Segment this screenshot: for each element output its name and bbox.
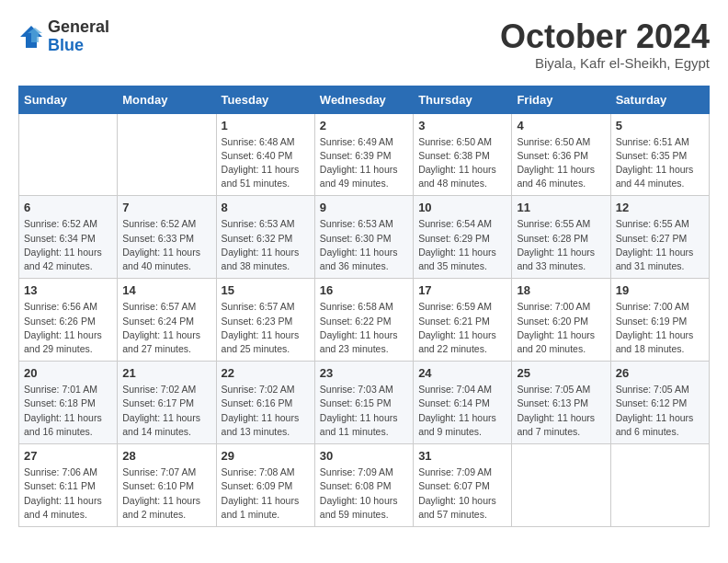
day-number: 23 <box>320 366 408 380</box>
calendar-cell: 29Sunrise: 7:08 AM Sunset: 6:09 PM Dayli… <box>216 444 314 527</box>
day-info: Sunrise: 6:52 AM Sunset: 6:33 PM Dayligh… <box>122 217 210 273</box>
day-number: 27 <box>24 449 112 463</box>
weekday-header-thursday: Thursday <box>414 86 512 113</box>
weekday-header-sunday: Sunday <box>19 86 118 113</box>
location-text: Biyala, Kafr el-Sheikh, Egypt <box>500 55 710 71</box>
calendar-cell: 13Sunrise: 6:56 AM Sunset: 6:26 PM Dayli… <box>19 279 118 362</box>
day-number: 22 <box>222 366 310 380</box>
day-info: Sunrise: 6:53 AM Sunset: 6:30 PM Dayligh… <box>320 217 408 273</box>
calendar-cell: 17Sunrise: 6:59 AM Sunset: 6:21 PM Dayli… <box>414 279 512 362</box>
calendar-cell: 20Sunrise: 7:01 AM Sunset: 6:18 PM Dayli… <box>19 362 118 444</box>
day-number: 12 <box>616 201 704 214</box>
page-header: General Blue October 2024 Biyala, Kafr e… <box>18 18 710 71</box>
weekday-header-wednesday: Wednesday <box>314 86 413 113</box>
day-number: 9 <box>320 201 408 214</box>
day-info: Sunrise: 7:00 AM Sunset: 6:20 PM Dayligh… <box>517 300 605 356</box>
day-number: 7 <box>122 201 210 214</box>
day-info: Sunrise: 7:06 AM Sunset: 6:11 PM Dayligh… <box>24 465 112 522</box>
day-info: Sunrise: 6:59 AM Sunset: 6:21 PM Dayligh… <box>418 300 506 356</box>
logo-general-text: General <box>48 18 109 37</box>
day-info: Sunrise: 7:09 AM Sunset: 6:08 PM Dayligh… <box>320 465 408 522</box>
day-number: 8 <box>222 201 310 214</box>
day-number: 10 <box>418 201 506 214</box>
calendar-cell: 25Sunrise: 7:05 AM Sunset: 6:13 PM Dayli… <box>512 362 610 444</box>
weekday-header-tuesday: Tuesday <box>216 86 314 113</box>
day-number: 11 <box>517 201 605 214</box>
day-info: Sunrise: 6:57 AM Sunset: 6:24 PM Dayligh… <box>122 300 210 356</box>
calendar-cell: 7Sunrise: 6:52 AM Sunset: 6:33 PM Daylig… <box>118 196 216 279</box>
day-number: 20 <box>24 366 112 380</box>
day-info: Sunrise: 6:56 AM Sunset: 6:26 PM Dayligh… <box>24 300 112 356</box>
calendar-cell: 10Sunrise: 6:54 AM Sunset: 6:29 PM Dayli… <box>414 196 512 279</box>
day-info: Sunrise: 7:07 AM Sunset: 6:10 PM Dayligh… <box>122 465 210 522</box>
calendar-cell: 1Sunrise: 6:48 AM Sunset: 6:40 PM Daylig… <box>216 113 314 196</box>
calendar-cell: 14Sunrise: 6:57 AM Sunset: 6:24 PM Dayli… <box>118 279 216 362</box>
day-number: 29 <box>222 449 310 463</box>
calendar-cell: 3Sunrise: 6:50 AM Sunset: 6:38 PM Daylig… <box>414 113 512 196</box>
calendar-cell: 24Sunrise: 7:04 AM Sunset: 6:14 PM Dayli… <box>414 362 512 444</box>
day-number: 16 <box>320 283 408 297</box>
day-info: Sunrise: 6:50 AM Sunset: 6:36 PM Dayligh… <box>517 135 605 191</box>
day-info: Sunrise: 7:08 AM Sunset: 6:09 PM Dayligh… <box>222 465 310 522</box>
day-info: Sunrise: 6:55 AM Sunset: 6:28 PM Dayligh… <box>517 217 605 273</box>
calendar-cell: 18Sunrise: 7:00 AM Sunset: 6:20 PM Dayli… <box>512 279 610 362</box>
day-number: 30 <box>320 449 408 463</box>
day-number: 3 <box>418 119 506 132</box>
day-number: 17 <box>418 283 506 297</box>
calendar-cell: 6Sunrise: 6:52 AM Sunset: 6:34 PM Daylig… <box>19 196 118 279</box>
day-number: 5 <box>616 119 704 132</box>
day-number: 14 <box>122 283 210 297</box>
weekday-header-saturday: Saturday <box>610 86 709 113</box>
day-info: Sunrise: 6:52 AM Sunset: 6:34 PM Dayligh… <box>24 217 112 273</box>
day-number: 28 <box>122 449 210 463</box>
calendar-cell: 5Sunrise: 6:51 AM Sunset: 6:35 PM Daylig… <box>610 113 709 196</box>
calendar-cell: 16Sunrise: 6:58 AM Sunset: 6:22 PM Dayli… <box>314 279 413 362</box>
day-info: Sunrise: 7:05 AM Sunset: 6:13 PM Dayligh… <box>517 383 605 439</box>
day-info: Sunrise: 7:05 AM Sunset: 6:12 PM Dayligh… <box>616 383 704 439</box>
day-info: Sunrise: 7:02 AM Sunset: 6:17 PM Dayligh… <box>122 383 210 439</box>
calendar-cell: 28Sunrise: 7:07 AM Sunset: 6:10 PM Dayli… <box>118 444 216 527</box>
calendar-cell: 9Sunrise: 6:53 AM Sunset: 6:30 PM Daylig… <box>314 196 413 279</box>
weekday-header-friday: Friday <box>512 86 610 113</box>
day-number: 19 <box>616 283 704 297</box>
calendar-cell: 31Sunrise: 7:09 AM Sunset: 6:07 PM Dayli… <box>414 444 512 527</box>
calendar-cell <box>512 444 610 527</box>
calendar-cell: 11Sunrise: 6:55 AM Sunset: 6:28 PM Dayli… <box>512 196 610 279</box>
day-info: Sunrise: 7:02 AM Sunset: 6:16 PM Dayligh… <box>222 383 310 439</box>
day-number: 4 <box>517 119 605 132</box>
day-number: 2 <box>320 119 408 132</box>
day-number: 26 <box>616 366 704 380</box>
day-info: Sunrise: 6:57 AM Sunset: 6:23 PM Dayligh… <box>222 300 310 356</box>
day-number: 13 <box>24 283 112 297</box>
day-info: Sunrise: 6:58 AM Sunset: 6:22 PM Dayligh… <box>320 300 408 356</box>
calendar-cell: 27Sunrise: 7:06 AM Sunset: 6:11 PM Dayli… <box>19 444 118 527</box>
day-number: 21 <box>122 366 210 380</box>
day-info: Sunrise: 7:01 AM Sunset: 6:18 PM Dayligh… <box>24 383 112 439</box>
day-info: Sunrise: 6:53 AM Sunset: 6:32 PM Dayligh… <box>222 217 310 273</box>
calendar-cell: 19Sunrise: 7:00 AM Sunset: 6:19 PM Dayli… <box>610 279 709 362</box>
day-info: Sunrise: 7:00 AM Sunset: 6:19 PM Dayligh… <box>616 300 704 356</box>
calendar-cell: 4Sunrise: 6:50 AM Sunset: 6:36 PM Daylig… <box>512 113 610 196</box>
day-number: 24 <box>418 366 506 380</box>
calendar-cell <box>19 113 118 196</box>
calendar-cell: 22Sunrise: 7:02 AM Sunset: 6:16 PM Dayli… <box>216 362 314 444</box>
day-number: 25 <box>517 366 605 380</box>
day-info: Sunrise: 7:04 AM Sunset: 6:14 PM Dayligh… <box>418 383 506 439</box>
day-info: Sunrise: 6:50 AM Sunset: 6:38 PM Dayligh… <box>418 135 506 191</box>
day-info: Sunrise: 6:51 AM Sunset: 6:35 PM Dayligh… <box>616 135 704 191</box>
day-info: Sunrise: 6:48 AM Sunset: 6:40 PM Dayligh… <box>222 135 310 191</box>
calendar-cell: 15Sunrise: 6:57 AM Sunset: 6:23 PM Dayli… <box>216 279 314 362</box>
calendar-cell <box>118 113 216 196</box>
calendar-cell <box>610 444 709 527</box>
calendar-cell: 23Sunrise: 7:03 AM Sunset: 6:15 PM Dayli… <box>314 362 413 444</box>
day-number: 18 <box>517 283 605 297</box>
calendar-cell: 26Sunrise: 7:05 AM Sunset: 6:12 PM Dayli… <box>610 362 709 444</box>
day-number: 31 <box>418 449 506 463</box>
calendar-cell: 21Sunrise: 7:02 AM Sunset: 6:17 PM Dayli… <box>118 362 216 444</box>
day-number: 1 <box>222 119 310 132</box>
logo-blue-text: Blue <box>48 37 109 55</box>
title-block: October 2024 Biyala, Kafr el-Sheikh, Egy… <box>500 18 710 71</box>
day-number: 6 <box>24 201 112 214</box>
calendar-cell: 2Sunrise: 6:49 AM Sunset: 6:39 PM Daylig… <box>314 113 413 196</box>
calendar-cell: 12Sunrise: 6:55 AM Sunset: 6:27 PM Dayli… <box>610 196 709 279</box>
